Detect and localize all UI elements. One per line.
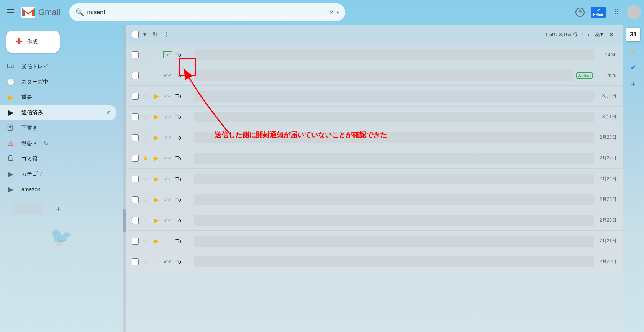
right-plus-icon: + [631, 79, 636, 89]
email-row[interactable]: ☆ ▶ ✔✔ To: 2月21日 [126, 231, 623, 251]
compose-button[interactable]: ✚ 作成 [6, 31, 60, 53]
row-checkbox[interactable] [132, 72, 139, 79]
email-row[interactable]: ☆ ▶ ✔✔ To: 2月23日 [126, 189, 623, 210]
row-body-preview [194, 236, 594, 247]
help-button[interactable]: ? [572, 5, 588, 20]
sidebar-scrollbar[interactable] [123, 25, 126, 332]
row-body-preview [194, 194, 594, 205]
right-plus-button[interactable]: + [626, 77, 641, 92]
sidebar-item-important[interactable]: ▶ 重要 [0, 90, 116, 105]
free-badge[interactable]: ✔ FREE [591, 7, 606, 18]
sidebar-item-amazon[interactable]: ▶ amazon [0, 182, 116, 197]
row-checkbox[interactable] [132, 134, 139, 141]
compose-label: 作成 [27, 38, 38, 45]
row-date: 2月20日 [597, 258, 616, 265]
menu-button[interactable] [3, 5, 18, 20]
important-marker: ▶ [152, 51, 160, 58]
avatar[interactable] [627, 5, 641, 19]
shield-button[interactable]: 🛡 [626, 43, 641, 58]
more-actions-button[interactable]: ⋮ [162, 29, 171, 39]
row-content [194, 49, 594, 60]
status-icon: ✔✔ [163, 135, 172, 140]
star-icon[interactable]: ☆ [142, 175, 149, 183]
sidebar-item-spam[interactable]: ⚠ 迷惑メール [0, 136, 116, 151]
star-icon[interactable]: ☆ [142, 196, 149, 204]
important-icon: ▶ [6, 93, 15, 102]
star-icon[interactable]: ★ [142, 154, 149, 163]
email-row[interactable]: ☆ ▶ ✔✔ To: 2月20日 [126, 251, 623, 272]
row-checkbox[interactable] [132, 113, 139, 120]
sidebar-item-sent[interactable]: ▶ 送信済み ✔ [0, 105, 116, 120]
row-checkbox[interactable] [132, 238, 139, 245]
star-icon[interactable]: ☆ [142, 237, 149, 245]
search-dropdown-button[interactable]: ▾ [336, 9, 339, 15]
row-to-label: To: [175, 52, 191, 58]
search-clear-button[interactable]: × [329, 8, 334, 16]
row-to-label: To: [175, 217, 191, 224]
email-row[interactable]: ☆ ▶ ✔✔ To: 2月24日 [126, 169, 623, 189]
status-icon: ✔✔ [163, 197, 172, 202]
row-to-label: To: [175, 238, 191, 244]
sidebar-item-snoozed[interactable]: 🕐 スヌーズ中 [0, 74, 116, 90]
search-input[interactable] [87, 9, 326, 16]
row-checkbox[interactable] [132, 217, 139, 224]
sidebar-item-drafts[interactable]: 下書き [0, 120, 116, 136]
status-icon: ✔✔ [163, 94, 172, 99]
important-marker: ▶ [152, 72, 160, 79]
next-page-button[interactable]: › [586, 30, 591, 39]
row-checkbox[interactable] [132, 155, 139, 162]
star-icon[interactable]: ☆ [142, 258, 149, 266]
email-row[interactable]: ☆ ▶ ✔ To: 14:36 [126, 44, 623, 65]
row-content [194, 215, 594, 226]
star-icon[interactable]: ☆ [142, 92, 149, 100]
email-row[interactable]: ★ ▶ ✔✔ To: 2月27日 [126, 148, 623, 169]
row-checkbox[interactable] [132, 51, 139, 58]
email-row[interactable]: ☆ ▶ ✔✔ To: 3月1日 [126, 107, 623, 127]
search-bar: 🔍 × ▾ [69, 3, 345, 21]
row-checkbox[interactable] [132, 258, 139, 265]
top-bar: Gmail 🔍 × ▾ ? ✔ FREE ⠿ [0, 0, 644, 25]
star-icon[interactable]: ☆ [142, 51, 149, 59]
important-marker: ▶ [152, 134, 160, 141]
important-marker: ▶ [152, 258, 160, 265]
star-icon[interactable]: ☆ [142, 71, 149, 80]
email-toolbar: ▾ ↻ ⋮ 1-50 / 3,163 行 ‹ › あ▾ ⚙ [126, 25, 623, 44]
select-dropdown-button[interactable]: ▾ [142, 29, 148, 39]
row-content [194, 132, 594, 143]
apps-button[interactable]: ⠿ [609, 5, 624, 20]
sidebar-item-inbox[interactable]: 受信トレイ [0, 59, 116, 74]
refresh-button[interactable]: ↻ [151, 29, 159, 39]
gmail-logo[interactable]: Gmail [21, 7, 60, 18]
settings-button[interactable]: ⚙ [607, 30, 616, 39]
language-button[interactable]: あ▾ [593, 30, 605, 39]
star-icon[interactable]: ☆ [142, 133, 149, 142]
select-all-checkbox[interactable] [132, 31, 139, 38]
pagination-info: 1-50 / 3,163 行 ‹ › あ▾ ⚙ [545, 30, 616, 39]
prev-page-button[interactable]: ‹ [579, 30, 584, 39]
email-row[interactable]: ☆ ▶ ✔✔ To: Active 14:25 [126, 65, 623, 86]
calendar-badge[interactable]: 31 [626, 28, 640, 41]
email-row[interactable]: ☆ ▶ ✔✔ To: 3月2日 [126, 86, 623, 107]
star-icon[interactable]: ☆ [142, 216, 149, 225]
amazon-icon: ▶ [6, 185, 15, 194]
row-checkbox[interactable] [132, 176, 139, 182]
email-row[interactable]: ☆ ▶ ✔✔ To: 2月28日 [126, 127, 623, 148]
add-label-button[interactable]: + [52, 203, 64, 215]
row-checkbox[interactable] [132, 93, 139, 100]
row-date: 2月27日 [597, 155, 616, 161]
row-checkbox[interactable] [132, 196, 139, 203]
scrollbar-thumb[interactable] [123, 209, 126, 232]
email-row[interactable]: ☆ ▶ ✔✔ To: 2月23日 [126, 210, 623, 231]
row-content [194, 256, 594, 267]
row-body-preview [194, 112, 594, 122]
sidebar-item-categories[interactable]: ▶ カテゴリ [0, 166, 116, 182]
row-body-preview [194, 91, 594, 102]
star-icon[interactable]: ☆ [142, 113, 149, 121]
important-marker: ▶ [152, 217, 160, 224]
sidebar-item-trash[interactable]: ゴミ箱 [0, 151, 116, 166]
email-list: ☆ ▶ ✔ To: 14:36 ☆ ▶ ✔✔ To: Active [126, 44, 623, 332]
important-marker: ▶ [152, 175, 160, 182]
row-to-label: To: [175, 114, 191, 120]
drafts-label: 下書き [21, 125, 110, 131]
right-check-button[interactable]: ✔ [626, 60, 641, 75]
